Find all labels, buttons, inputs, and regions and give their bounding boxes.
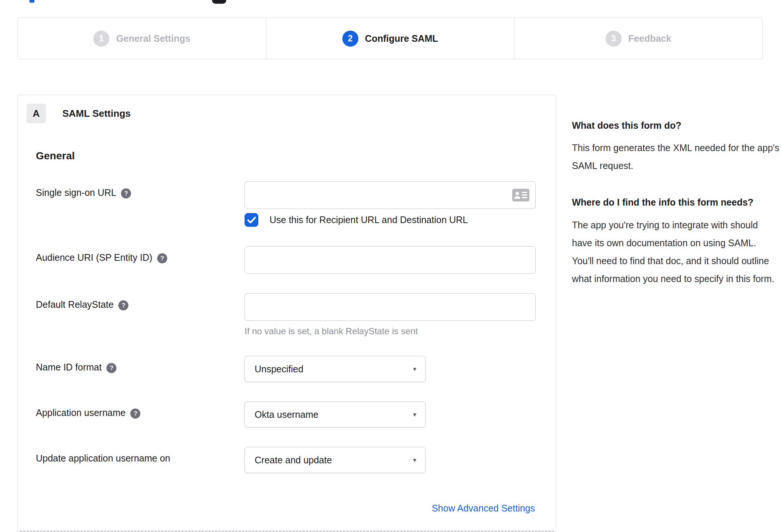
field-label: Application username ? xyxy=(36,401,245,428)
field-label: Single sign-on URL ? xyxy=(36,181,245,227)
chevron-down-icon: ▾ xyxy=(413,411,416,419)
cutoff-blue-fragment xyxy=(29,0,34,3)
audience-uri-input[interactable] xyxy=(245,246,536,274)
recipient-url-checkbox-label[interactable]: Use this for Recipient URL and Destinati… xyxy=(270,215,468,225)
field-label: Name ID format ? xyxy=(36,356,245,382)
help-body: This form generates the XML needed for t… xyxy=(572,139,780,175)
field-label-text: Application username xyxy=(36,407,125,418)
cutoff-dark-toggle-fragment xyxy=(212,0,226,4)
section-a-badge: A xyxy=(27,104,46,123)
relaystate-hint: If no value is set, a blank RelayState i… xyxy=(245,326,536,337)
update-application-username-select[interactable]: Create and update ▾ xyxy=(245,447,426,473)
field-label-text: Audience URI (SP Entity ID) xyxy=(36,252,152,263)
help-icon[interactable]: ? xyxy=(118,300,128,310)
help-icon[interactable]: ? xyxy=(130,409,140,419)
step-number-badge: 2 xyxy=(342,31,358,47)
general-group-title: General xyxy=(36,150,535,162)
wizard-stepper: 1 General Settings 2 Configure SAML 3 Fe… xyxy=(18,18,763,59)
step-label: General Settings xyxy=(116,33,190,44)
field-row-name-id-format: Name ID format ? Unspecified ▾ xyxy=(36,356,535,382)
field-label: Default RelayState ? xyxy=(36,293,245,337)
chevron-down-icon: ▾ xyxy=(413,456,416,464)
step-number-badge: 3 xyxy=(606,31,622,47)
help-section-what: What does this form do? This form genera… xyxy=(572,119,780,175)
field-row-default-relaystate: Default RelayState ? If no value is set,… xyxy=(36,293,535,337)
step-configure-saml[interactable]: 2 Configure SAML xyxy=(266,18,514,59)
help-icon[interactable]: ? xyxy=(106,363,116,373)
help-section-where: Where do I find the info this form needs… xyxy=(572,195,780,287)
name-id-format-select[interactable]: Unspecified ▾ xyxy=(245,356,426,382)
help-body: The app you're trying to integrate with … xyxy=(572,216,780,288)
select-value: Okta username xyxy=(255,409,318,420)
step-number-badge: 1 xyxy=(93,31,109,47)
field-label-text: Single sign-on URL xyxy=(36,187,116,198)
section-header: A SAML Settings xyxy=(27,104,535,123)
step-general-settings[interactable]: 1 General Settings xyxy=(18,18,266,59)
select-value: Create and update xyxy=(255,455,332,466)
step-label: Configure SAML xyxy=(365,33,438,44)
help-sidebar: What does this form do? This form genera… xyxy=(572,119,780,288)
field-row-audience-uri: Audience URI (SP Entity ID) ? xyxy=(36,246,535,274)
dashed-divider xyxy=(20,531,554,532)
single-sign-on-url-input[interactable] xyxy=(245,181,536,209)
step-feedback[interactable]: 3 Feedback xyxy=(514,18,762,59)
help-heading: What does this form do? xyxy=(572,119,780,132)
show-advanced-settings-link[interactable]: Show Advanced Settings xyxy=(432,503,535,513)
field-label-text: Name ID format xyxy=(36,362,102,373)
help-icon[interactable]: ? xyxy=(157,253,167,263)
recipient-url-checkbox[interactable] xyxy=(245,213,258,227)
chevron-down-icon: ▾ xyxy=(413,365,416,373)
field-label-text: Update application username on xyxy=(36,453,170,464)
field-label: Audience URI (SP Entity ID) ? xyxy=(36,246,245,274)
help-icon[interactable]: ? xyxy=(121,188,131,198)
field-label: Update application username on xyxy=(36,447,245,473)
help-heading: Where do I find the info this form needs… xyxy=(572,195,780,209)
default-relaystate-input[interactable] xyxy=(245,293,536,321)
select-value: Unspecified xyxy=(255,364,304,375)
application-username-select[interactable]: Okta username ▾ xyxy=(245,401,426,428)
saml-settings-panel: A SAML Settings General Single sign-on U… xyxy=(18,95,556,532)
section-title: SAML Settings xyxy=(62,108,131,119)
field-row-application-username: Application username ? Okta username ▾ xyxy=(36,401,535,428)
contact-card-icon[interactable] xyxy=(512,189,529,201)
field-row-single-sign-on-url: Single sign-on URL ? xyxy=(36,181,535,227)
field-label-text: Default RelayState xyxy=(36,299,113,310)
checkmark-icon xyxy=(247,216,256,224)
step-label: Feedback xyxy=(628,33,671,44)
field-row-update-application-username: Update application username on Create an… xyxy=(36,447,535,473)
